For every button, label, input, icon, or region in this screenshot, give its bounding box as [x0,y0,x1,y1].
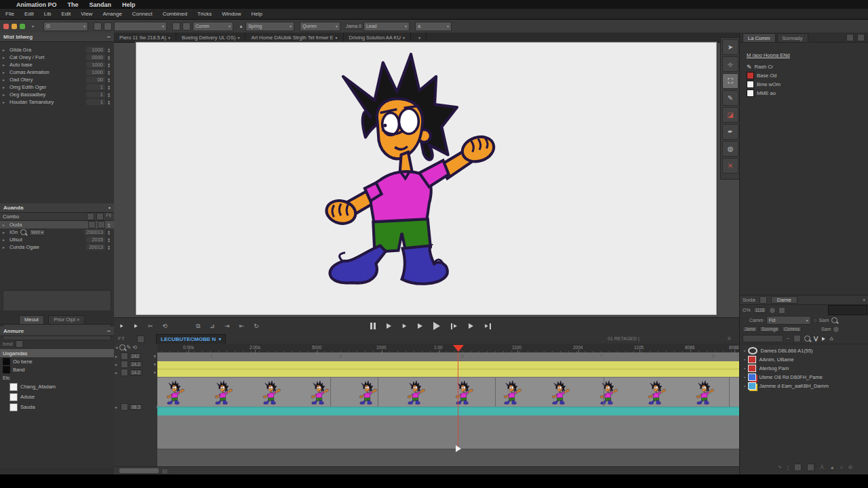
up-icon[interactable]: ▲ [830,465,835,470]
delta-icon[interactable]: Δ [829,336,833,342]
toolbar-icon-a0[interactable] [94,22,102,30]
stepper-icon[interactable]: ▴▾ [108,222,111,228]
animator-row[interactable]: ▸IOnWell ▾200013▴▾ [0,228,114,236]
toolbar-icon-b1[interactable] [182,22,191,30]
loop-small-icon[interactable]: ⟲ [132,344,137,350]
rotate-tool-icon[interactable]: ◍ [722,141,738,157]
tab-soda[interactable]: Soda [743,297,755,303]
trash-icon[interactable]: ◎ [848,464,852,470]
loop-icon[interactable]: ⟲ [163,323,168,329]
timeline-ruler[interactable]: 0:00s2:00s500010001:00110020041105806680… [157,344,739,353]
tab-prior-oipt[interactable]: Prior Oipt × [48,315,85,324]
frame-thumbnail[interactable] [646,379,669,406]
select-tool-icon[interactable]: ➤ [722,39,738,55]
panel-menu-icon[interactable] [857,34,865,41]
toolbar-icon-b0[interactable] [104,22,112,30]
minus-icon[interactable]: − [787,336,790,342]
timeline-track-area[interactable]: 0:00s2:00s500010001:00110020041105806680… [157,344,739,466]
outline-item[interactable]: Base Od [740,71,868,80]
play-mini2-icon[interactable] [134,324,138,328]
frame-thumbnail[interactable] [357,379,380,406]
macbar-item[interactable]: Help [122,1,136,8]
properties-panel-header[interactable]: Mist bilweg − [0,33,114,42]
playhead-handle[interactable] [453,345,464,352]
outline-item[interactable]: MME ao [740,89,868,98]
layer-toggle-icon[interactable]: ▾ [153,362,156,367]
menu-item[interactable]: View [81,11,92,17]
target-button[interactable] [833,326,840,333]
scene-item[interactable]: Oo bene [0,357,114,365]
pause-button[interactable] [370,323,376,329]
timeline-header-menu-icon[interactable]: ≡ [728,336,731,342]
scissors-icon[interactable]: ✂ [148,323,153,329]
cycle-icon[interactable]: ↻ [254,323,259,329]
band-icon[interactable] [16,340,23,348]
info-icon[interactable]: ○ [840,465,843,470]
menu-item[interactable]: Tricks [197,11,212,17]
color-swatch-dark[interactable] [3,358,10,365]
flag-icon[interactable]: ⊿ [210,323,216,329]
pen-tool-icon[interactable]: ✒ [722,124,738,140]
library-item[interactable]: ▪Ubme O8 Rd D80FH_Pame [740,373,868,382]
timeline-composition-tab[interactable]: LECUBUTECMOBE N▾ [156,334,226,344]
minimize-window-button[interactable] [12,24,17,29]
collapse-icon[interactable]: − [107,34,111,40]
document-tab-overflow[interactable]: ▾ [411,33,427,42]
scene-item[interactable]: Aduse [0,392,114,402]
panel-collapse-icon[interactable]: ▾ [863,298,865,303]
bookmark-icon[interactable] [793,335,801,342]
property-row[interactable]: ▸Comas Animation1000▴▾ [0,68,114,76]
brush-icon[interactable]: ✎ [127,344,132,350]
frame-thumbnail[interactable] [453,379,476,406]
frame-thumbnail[interactable] [405,379,428,406]
zoom-window-button[interactable] [20,24,25,29]
stepper-icon[interactable]: ▴▾ [108,47,111,53]
skip-end-button[interactable] [484,323,491,329]
expand-icon[interactable]: ▸ [115,362,119,367]
stepper-icon[interactable]: ▴▾ [108,85,111,90]
mode-select[interactable]: Well ▾ [29,229,45,236]
document-tab-0[interactable]: Piero 11 9w 218.5 A)▾ [114,33,176,42]
transform-tool-icon[interactable]: ⛶ [722,73,738,89]
menu-item[interactable]: Arrange [102,11,121,17]
eye-icon[interactable] [87,213,94,220]
expand-icon[interactable]: ▸ [115,370,119,375]
tab-dame[interactable]: Dame [771,296,797,304]
chip-jame[interactable]: Jame [743,326,757,332]
menu-item[interactable]: Connect [132,11,153,17]
expand-icon[interactable]: ▸ [115,354,119,359]
property-value[interactable]: 1 [86,84,105,90]
frame-thumbnail[interactable] [549,379,572,406]
timeline-layer-row[interactable]: ▸14.2▾ [114,369,157,376]
property-row[interactable]: ▸Gilda Gra1000▴▾ [0,46,114,54]
close-icon[interactable]: × [77,317,79,323]
frame-thumbnail[interactable] [597,379,620,406]
document-tab-3[interactable]: Driving Solution AA KU▾ [344,33,411,42]
play-button-2[interactable] [403,324,407,328]
library-item[interactable]: ▪Dames DBL666 A1(55) [740,346,868,355]
animator-row[interactable]: ▸Cunda Ogaw20013▴▾ [0,243,114,251]
frame-thumbnail[interactable] [501,379,524,406]
menu-item[interactable]: Help [252,11,262,17]
property-value[interactable]: 1 [86,99,105,105]
toolbar-select-1[interactable]: ▾ [114,22,167,31]
frame-thumbnails-track[interactable] [157,377,739,407]
layer-toggle-icon[interactable]: ▾ [153,370,156,375]
animator-row[interactable]: ▸Ouda▴▾ [0,221,114,228]
menu-item[interactable]: Lib [44,11,52,17]
toolbar-icon-a1[interactable] [172,22,180,30]
animator-row[interactable]: ▸Ulisut2015▴▾ [0,236,114,243]
library-play-icon[interactable] [822,337,825,341]
menu-item[interactable]: Edit [61,11,71,17]
library-item[interactable]: ▪Aterbog Pam [740,364,868,373]
play-button-1[interactable] [387,323,391,329]
gutter-mode-icon[interactable]: ◂ [115,345,118,350]
toolbar-select-3[interactable]: Spring▾ [245,22,294,31]
layer-toggle-icon[interactable]: ▾ [153,354,156,359]
eye-icon[interactable] [88,221,96,228]
marker-in-icon[interactable]: ⇥ [224,323,230,329]
property-value[interactable]: 0000 [86,54,105,60]
panel-menu-icon[interactable]: ▪ [108,205,111,211]
toolbar-select-5[interactable]: Lead▾ [363,22,410,31]
macbar-item[interactable]: Sandan [90,1,112,8]
